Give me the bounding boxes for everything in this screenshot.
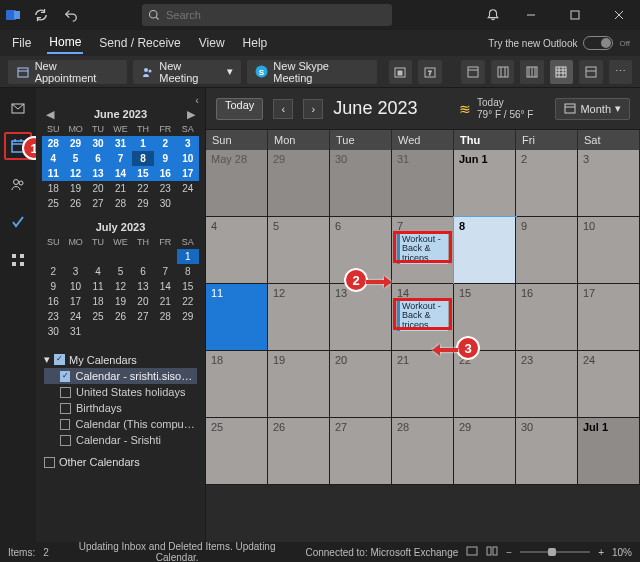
calendar-list-item[interactable]: United States holidays	[44, 384, 197, 400]
calendar-list-item[interactable]: Calendar - srishti.sisodia...	[44, 368, 197, 384]
mini-cal-day[interactable]: 16	[154, 166, 176, 181]
mini-cal-day[interactable]: 25	[87, 309, 109, 324]
day-cell[interactable]: 8	[454, 217, 516, 284]
mini-cal-day[interactable]: 12	[64, 166, 86, 181]
mini-cal-day[interactable]: 28	[154, 309, 176, 324]
day-cell[interactable]: 16	[516, 284, 578, 351]
mini-cal-day[interactable]: 5	[109, 264, 131, 279]
view-today-button[interactable]	[389, 60, 412, 84]
mini-cal-day[interactable]: 6	[87, 151, 109, 166]
mini-cal-day[interactable]: 4	[42, 151, 64, 166]
maximize-button[interactable]	[558, 1, 592, 29]
day-cell[interactable]: 23	[516, 351, 578, 418]
mini-cal-day[interactable]: 30	[42, 324, 64, 339]
zoom-in-icon[interactable]: +	[598, 547, 604, 558]
view-day-button[interactable]	[461, 60, 484, 84]
mini-cal-day[interactable]: 10	[64, 279, 86, 294]
day-cell[interactable]: 25	[206, 418, 268, 485]
mini-cal-day[interactable]: 9	[154, 151, 176, 166]
mini-calendar-july[interactable]: July 2023 SUMOTUWETHFRSA 123456789101112…	[42, 219, 199, 339]
calendar-list-item[interactable]: Birthdays	[44, 400, 197, 416]
mini-cal-day[interactable]	[154, 249, 176, 264]
mini-cal-day[interactable]	[87, 249, 109, 264]
next-month-button[interactable]: ›	[303, 99, 323, 119]
calendar-list-item[interactable]: Calendar (This computer...	[44, 416, 197, 432]
calendar-checkbox[interactable]	[60, 371, 70, 382]
calendar-checkbox[interactable]	[60, 403, 71, 414]
menu-file[interactable]: File	[10, 33, 33, 53]
new-skype-meeting-button[interactable]: S New Skype Meeting	[247, 60, 377, 84]
mini-cal-day[interactable]: 19	[109, 294, 131, 309]
calendar-checkbox[interactable]	[60, 435, 71, 446]
group-checkbox[interactable]	[54, 354, 65, 365]
view-week-button[interactable]	[520, 60, 543, 84]
mini-cal-day[interactable]	[154, 324, 176, 339]
prev-month-button[interactable]: ‹	[273, 99, 293, 119]
day-cell[interactable]: 5	[268, 217, 330, 284]
mini-cal-day[interactable]: 17	[64, 294, 86, 309]
mini-cal-day[interactable]: 28	[42, 136, 64, 151]
day-cell[interactable]: 29	[268, 150, 330, 217]
bell-icon[interactable]	[482, 4, 504, 26]
mini-cal-day[interactable]: 26	[64, 196, 86, 211]
mini-calendar-june[interactable]: ◀ June 2023 ▶ SUMOTUWETHFRSA 28293031123…	[42, 106, 199, 211]
day-cell[interactable]: 29	[454, 418, 516, 485]
mini-cal-day[interactable]: 29	[132, 196, 154, 211]
day-cell[interactable]: 18	[206, 351, 268, 418]
day-cell[interactable]: May 28	[206, 150, 268, 217]
mini-cal-day[interactable]: 23	[42, 309, 64, 324]
mini-cal-day[interactable]: 31	[109, 136, 131, 151]
day-cell[interactable]: 30	[516, 418, 578, 485]
day-cell[interactable]: 14Workout - Back & triceps	[392, 284, 454, 351]
day-cell[interactable]: 9	[516, 217, 578, 284]
day-cell[interactable]: 31	[392, 150, 454, 217]
day-cell[interactable]: 4	[206, 217, 268, 284]
try-new-outlook-toggle[interactable]	[583, 36, 613, 50]
nav-more-apps-icon[interactable]	[4, 246, 32, 274]
mini-cal-day[interactable]: 25	[42, 196, 64, 211]
mini-cal-day[interactable]	[177, 324, 199, 339]
mini-cal-day[interactable]: 15	[132, 166, 154, 181]
mini-cal-day[interactable]: 31	[64, 324, 86, 339]
mini-cal-day[interactable]: 7	[154, 264, 176, 279]
view-next7-button[interactable]: 7	[418, 60, 441, 84]
calendar-checkbox[interactable]	[60, 419, 70, 430]
nav-mail-icon[interactable]	[4, 94, 32, 122]
close-button[interactable]	[602, 1, 636, 29]
zoom-slider[interactable]	[520, 551, 590, 553]
nav-todo-icon[interactable]	[4, 208, 32, 236]
calendar-group-my[interactable]: ▾ My Calendars	[44, 351, 197, 368]
calendar-list-item[interactable]: Calendar - Srishti	[44, 432, 197, 448]
search-box[interactable]	[142, 4, 392, 26]
day-cell[interactable]: 10	[578, 217, 640, 284]
mini-cal-day[interactable]: 2	[42, 264, 64, 279]
day-cell[interactable]: 20	[330, 351, 392, 418]
mini-cal-day[interactable]: 6	[132, 264, 154, 279]
mini-cal-day[interactable]: 20	[132, 294, 154, 309]
mini-cal-day[interactable]: 1	[132, 136, 154, 151]
mini-cal-day[interactable]: 26	[109, 309, 131, 324]
weather-widget[interactable]: ≋ Today 79° F / 56° F	[459, 97, 533, 120]
mini-cal-day[interactable]: 15	[177, 279, 199, 294]
mini-cal-day[interactable]: 10	[177, 151, 199, 166]
menu-send-receive[interactable]: Send / Receive	[97, 33, 182, 53]
day-cell[interactable]: 27	[330, 418, 392, 485]
sync-icon[interactable]	[30, 4, 52, 26]
menu-view[interactable]: View	[197, 33, 227, 53]
mini-cal-prev-icon[interactable]: ◀	[44, 108, 56, 120]
day-cell[interactable]: 2	[516, 150, 578, 217]
mini-cal-day[interactable]: 5	[64, 151, 86, 166]
collapse-sidebar-icon[interactable]: ‹	[195, 94, 199, 106]
mini-cal-day[interactable]: 17	[177, 166, 199, 181]
day-cell[interactable]: 11	[206, 284, 268, 351]
day-cell[interactable]: 17	[578, 284, 640, 351]
day-cell[interactable]: 19	[268, 351, 330, 418]
mini-cal-day[interactable]: 7	[109, 151, 131, 166]
mini-cal-day[interactable]	[132, 324, 154, 339]
view-month-button[interactable]	[550, 60, 573, 84]
mini-cal-day[interactable]: 21	[154, 294, 176, 309]
day-cell[interactable]: 26	[268, 418, 330, 485]
mini-cal-day[interactable]: 24	[177, 181, 199, 196]
menu-help[interactable]: Help	[241, 33, 270, 53]
zoom-out-icon[interactable]: −	[506, 547, 512, 558]
